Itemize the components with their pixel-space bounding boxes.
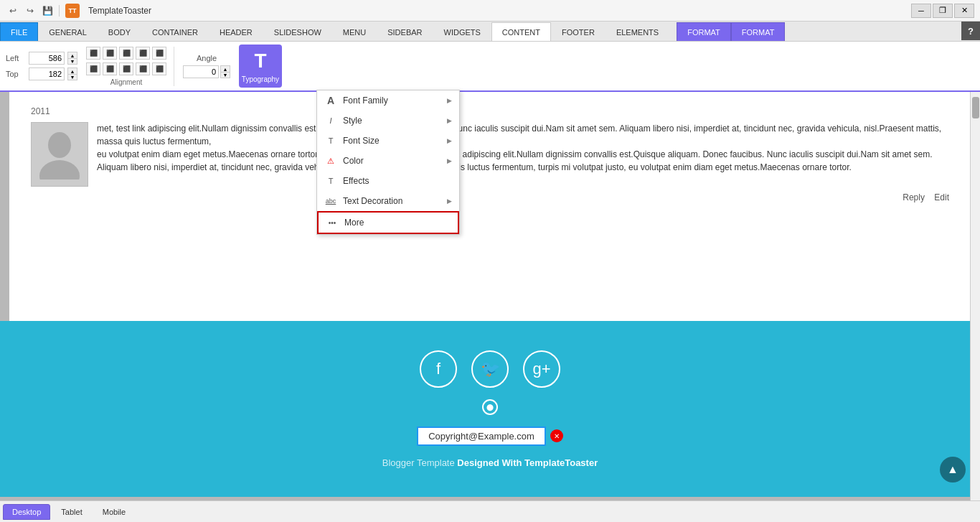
edit-link[interactable]: Edit: [934, 192, 949, 202]
googleplus-icon[interactable]: g+: [523, 350, 560, 388]
font-size-arrow: ▶: [447, 137, 452, 144]
restore-button[interactable]: ❐: [933, 4, 953, 18]
align-top-icon[interactable]: ⬛: [136, 47, 150, 60]
text-decoration-icon: abc: [324, 195, 337, 208]
footer-tagline: Blogger Template Designed With TemplateT…: [382, 457, 598, 468]
text-decoration-arrow: ▶: [447, 197, 452, 205]
right-scrollbar[interactable]: [970, 92, 980, 522]
style-label: Style: [343, 116, 441, 126]
left-spin-up[interactable]: ▲: [67, 52, 77, 58]
twitter-icon[interactable]: 🐦: [471, 350, 509, 388]
more-label: More: [344, 218, 451, 228]
color-label: Color: [343, 156, 441, 166]
align-tr-icon[interactable]: ⬛: [136, 62, 150, 75]
menu-item-effects[interactable]: T Effects: [317, 171, 459, 191]
tab-slideshow[interactable]: SLIDESHOW: [263, 22, 332, 41]
help-button[interactable]: ?: [961, 22, 980, 40]
redo-icon[interactable]: ↪: [23, 4, 37, 18]
align-bl-icon[interactable]: ⬛: [152, 62, 166, 75]
angle-spinner[interactable]: ▲ ▼: [220, 65, 230, 78]
typography-t-icon: T: [254, 50, 266, 73]
tab-header[interactable]: HEADER: [209, 22, 263, 41]
copyright-close-icon[interactable]: ✕: [550, 429, 563, 442]
svg-point-0: [48, 132, 71, 158]
color-icon: ⚠: [324, 154, 337, 167]
tab-general[interactable]: GENERAL: [38, 22, 98, 41]
align-tc-icon[interactable]: ⬛: [119, 62, 133, 75]
avatar-svg: [38, 129, 81, 180]
tab-format-2[interactable]: FORMAT: [731, 22, 786, 41]
top-spin-down[interactable]: ▼: [67, 74, 77, 80]
align-center-v-icon[interactable]: ⬛: [152, 47, 166, 60]
menu-item-font-family[interactable]: A Font Family ▶: [317, 90, 459, 111]
scroll-up-button[interactable]: ▲: [940, 457, 966, 483]
app-icon-text: TT: [69, 7, 77, 14]
tab-tablet[interactable]: Tablet: [52, 504, 91, 520]
tab-body[interactable]: BODY: [98, 22, 141, 41]
tab-content[interactable]: CONTENT: [491, 22, 551, 41]
footer-small-circle: ⬤: [482, 399, 498, 415]
align-row-1: ⬛ ⬛ ⬛ ⬛ ⬛: [86, 47, 166, 60]
post-text: met, test link adipiscing elit.Nullam di…: [97, 122, 949, 174]
typography-button[interactable]: T Typography: [239, 45, 282, 88]
tab-desktop[interactable]: Desktop: [3, 504, 50, 520]
top-input[interactable]: [29, 67, 65, 80]
angle-label: Angle: [197, 54, 217, 62]
typography-label: Typography: [242, 75, 279, 83]
top-label: Top: [6, 70, 26, 78]
tab-file[interactable]: FILE: [0, 22, 38, 41]
angle-spin-down[interactable]: ▼: [220, 72, 230, 78]
tab-menu[interactable]: MENU: [332, 22, 377, 41]
tab-widgets[interactable]: WIDGETS: [433, 22, 491, 41]
color-arrow: ▶: [447, 157, 452, 164]
social-icons: f 🐦 g+: [420, 350, 560, 388]
facebook-icon[interactable]: f: [420, 350, 457, 388]
content-area: 2011 met, test link adipiscing elit.Null…: [0, 92, 980, 522]
top-spinner[interactable]: ▲ ▼: [67, 67, 77, 80]
left-input[interactable]: [29, 52, 65, 65]
left-spin-down[interactable]: ▼: [67, 58, 77, 65]
angle-spin-up[interactable]: ▲: [220, 65, 230, 72]
style-icon: I: [324, 114, 337, 127]
menu-item-text-decoration[interactable]: abc Text Decoration ▶: [317, 191, 459, 211]
save-icon[interactable]: 💾: [40, 4, 55, 18]
align-left-icon[interactable]: ⬛: [86, 47, 100, 60]
tab-format-1[interactable]: FORMAT: [677, 22, 731, 41]
align-center-h-icon[interactable]: ⬛: [103, 47, 117, 60]
footer-copyright[interactable]: Copyright@Example.com: [417, 427, 546, 446]
tab-sidebar[interactable]: SIDEBAR: [377, 22, 433, 41]
font-size-label: Font Size: [343, 136, 441, 146]
reply-link[interactable]: Reply: [903, 192, 925, 202]
menu-item-more[interactable]: ••• More: [317, 211, 459, 234]
post-content: met, test link adipiscing elit.Nullam di…: [31, 122, 949, 187]
scrollbar-track: [971, 92, 980, 522]
align-right-icon[interactable]: ⬛: [119, 47, 133, 60]
close-button[interactable]: ✕: [954, 4, 974, 18]
tab-elements[interactable]: ELEMENTS: [606, 22, 669, 41]
undo-icon[interactable]: ↩: [6, 4, 20, 18]
window-controls: ─ ❐ ✕: [911, 4, 974, 18]
post-body-2: eu volutpat enim diam eget metus.Maecena…: [97, 148, 949, 174]
tab-container[interactable]: CONTAINER: [141, 22, 209, 41]
tab-mobile[interactable]: Mobile: [93, 504, 135, 520]
quick-access-toolbar: ↩ ↪ 💾: [6, 4, 61, 18]
align-bottom-icon[interactable]: ⬛: [86, 62, 100, 75]
scrollbar-thumb[interactable]: [972, 97, 979, 118]
font-family-label: Font Family: [343, 95, 441, 106]
tab-footer[interactable]: FOOTER: [551, 22, 606, 41]
toolbar-separator: [59, 5, 60, 17]
angle-input-row: ▲ ▼: [183, 65, 230, 78]
menu-item-color[interactable]: ⚠ Color ▶: [317, 151, 459, 171]
minimize-button[interactable]: ─: [911, 4, 931, 18]
top-spin-up[interactable]: ▲: [67, 67, 77, 74]
style-arrow: ▶: [447, 117, 452, 124]
menu-item-font-size[interactable]: T Font Size ▶: [317, 131, 459, 151]
menu-item-style[interactable]: I Style ▶: [317, 111, 459, 131]
bottom-tab-bar: Desktop Tablet Mobile: [0, 500, 980, 522]
angle-input[interactable]: [183, 65, 219, 78]
title-bar-left: ↩ ↪ 💾 TT TemplateToaster: [6, 4, 151, 18]
align-tl-icon[interactable]: ⬛: [103, 62, 117, 75]
post-actions: Reply Edit: [31, 192, 949, 202]
left-spinner[interactable]: ▲ ▼: [67, 52, 77, 65]
angle-group: Angle ▲ ▼: [183, 54, 230, 78]
